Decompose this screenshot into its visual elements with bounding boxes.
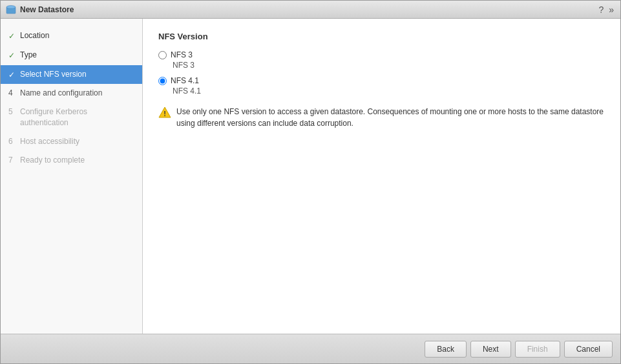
step7-number: 7: [8, 155, 17, 166]
nfs41-option[interactable]: NFS 4.1: [158, 76, 605, 85]
cancel-button[interactable]: Cancel: [564, 341, 613, 358]
finish-button[interactable]: Finish: [515, 341, 560, 358]
sidebar-item-kerberos: 5 Configure Kerberos authentication: [1, 103, 142, 132]
warning-icon: !: [158, 106, 171, 119]
sidebar-item-label: Name and configuration: [20, 88, 134, 99]
nfs3-description: NFS 3: [173, 61, 605, 70]
sidebar-item-nfs-version[interactable]: ✓ Select NFS version: [1, 65, 142, 85]
nfs41-label[interactable]: NFS 4.1: [171, 76, 199, 85]
titlebar: New Datastore ? »: [1, 1, 620, 19]
sidebar-item-label: Host accessibility: [20, 136, 134, 147]
datastore-icon: [6, 5, 16, 15]
sidebar-item-label: Location: [20, 30, 134, 41]
expand-button[interactable]: »: [607, 5, 615, 15]
nfs3-label[interactable]: NFS 3: [171, 50, 193, 59]
content-area: ✓ Location ✓ Type ✓ Select NFS version 4…: [1, 19, 620, 334]
help-button[interactable]: ?: [597, 5, 605, 15]
window-title: New Datastore: [20, 5, 74, 14]
nfs41-description: NFS 4.1: [173, 86, 605, 96]
step2-check: ✓: [8, 50, 17, 61]
sidebar-item-label: Type: [20, 50, 134, 61]
sidebar-item-ready: 7 Ready to complete: [1, 151, 142, 170]
next-button[interactable]: Next: [470, 341, 511, 358]
nfs3-option[interactable]: NFS 3: [158, 50, 605, 59]
titlebar-right: ? »: [597, 5, 615, 15]
step3-check: ✓: [8, 70, 17, 81]
warning-box: ! Use only one NFS version to access a g…: [158, 106, 605, 129]
titlebar-left: New Datastore: [6, 5, 74, 15]
step1-check: ✓: [8, 31, 17, 42]
section-title: NFS Version: [158, 32, 605, 41]
main-panel: NFS Version NFS 3 NFS 3 NFS 4.1 NFS 4.1: [143, 19, 620, 334]
sidebar-item-label: Ready to complete: [20, 155, 134, 166]
sidebar-item-label: Select NFS version: [20, 69, 134, 80]
sidebar-item-label: Configure Kerberos authentication: [20, 106, 134, 128]
svg-text:!: !: [163, 110, 166, 117]
sidebar-item-location[interactable]: ✓ Location: [1, 26, 142, 46]
sidebar-item-type[interactable]: ✓ Type: [1, 46, 142, 65]
step4-number: 4: [8, 88, 17, 99]
footer: Back Next Finish Cancel: [1, 334, 620, 363]
sidebar: ✓ Location ✓ Type ✓ Select NFS version 4…: [1, 19, 143, 334]
nfs-version-group: NFS 3 NFS 3 NFS 4.1 NFS 4.1: [158, 50, 605, 96]
warning-text: Use only one NFS version to access a giv…: [176, 106, 605, 129]
sidebar-item-host-accessibility: 6 Host accessibility: [1, 132, 142, 151]
nfs3-radio[interactable]: [158, 51, 167, 59]
step5-number: 5: [8, 106, 17, 117]
nfs41-radio[interactable]: [158, 77, 167, 85]
back-button[interactable]: Back: [425, 341, 467, 358]
step6-number: 6: [8, 136, 17, 147]
sidebar-item-name-config[interactable]: 4 Name and configuration: [1, 84, 142, 103]
new-datastore-window: New Datastore ? » ✓ Location ✓ Type ✓ Se…: [0, 0, 621, 364]
